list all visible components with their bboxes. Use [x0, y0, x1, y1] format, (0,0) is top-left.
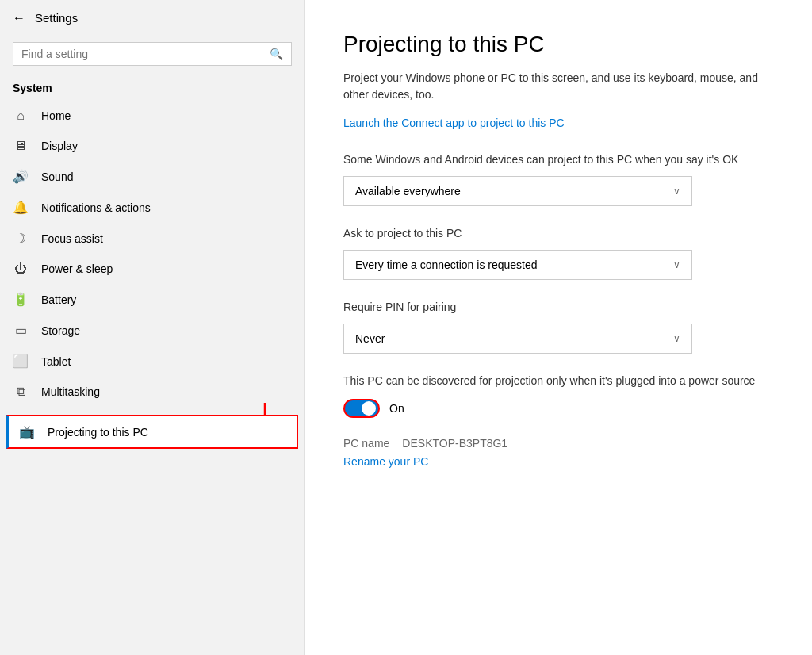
pc-name-value: DESKTOP-B3PT8G1 — [402, 437, 508, 450]
sidebar-item-home[interactable]: ⌂ Home — [0, 101, 304, 131]
storage-icon: ▭ — [13, 323, 29, 338]
pc-name-label: PC name — [343, 437, 389, 450]
dropdown1-label: Some Windows and Android devices can pro… — [343, 151, 774, 168]
tablet-icon: ⬜ — [13, 354, 29, 369]
system-section-label: System — [0, 79, 304, 101]
display-icon: 🖥 — [13, 139, 29, 153]
sidebar-item-sound[interactable]: 🔊 Sound — [0, 161, 304, 192]
home-icon: ⌂ — [13, 109, 29, 123]
settings-title: Settings — [35, 11, 78, 25]
sidebar-item-label: Multitasking — [41, 385, 100, 398]
dropdown2-wrapper: Every time a connection is requested ∨ — [343, 250, 774, 280]
sidebar-item-label: Sound — [41, 170, 73, 183]
dropdown2-value: Every time a connection is requested — [355, 259, 538, 271]
multitasking-icon: ⧉ — [13, 385, 29, 399]
power-sleep-icon: ⏻ — [13, 262, 29, 276]
chevron-down-icon: ∨ — [673, 333, 680, 344]
page-description: Project your Windows phone or PC to this… — [343, 70, 774, 103]
sidebar-item-battery[interactable]: 🔋 Battery — [0, 284, 304, 315]
toggle-state-label: On — [389, 402, 404, 415]
power-toggle[interactable] — [343, 399, 380, 418]
chevron-down-icon: ∨ — [673, 186, 680, 197]
sidebar-item-label: Home — [41, 109, 71, 122]
battery-icon: 🔋 — [13, 292, 29, 307]
connect-link[interactable]: Launch the Connect app to project to thi… — [343, 117, 565, 129]
sidebar-item-focus-assist[interactable]: ☽ Focus assist — [0, 223, 304, 254]
chevron-down-icon: ∨ — [673, 259, 680, 270]
main-content: Projecting to this PC Project your Windo… — [305, 0, 812, 655]
dropdown3-value: Never — [355, 332, 385, 345]
projecting-icon: 📺 — [19, 424, 35, 439]
sidebar-item-label: Battery — [41, 293, 76, 306]
sidebar-item-label: Notifications & actions — [41, 201, 151, 214]
sidebar-header: ← Settings — [0, 0, 304, 36]
sidebar-item-storage[interactable]: ▭ Storage — [0, 315, 304, 346]
dropdown1-value: Available everywhere — [355, 185, 461, 197]
search-input[interactable] — [21, 48, 263, 60]
focus-assist-icon: ☽ — [13, 231, 29, 246]
dropdown3-wrapper: Never ∨ — [343, 324, 774, 354]
pc-info-row: PC name DESKTOP-B3PT8G1 — [343, 437, 774, 450]
sidebar-item-label: Power & sleep — [41, 262, 113, 275]
sidebar-item-notifications[interactable]: 🔔 Notifications & actions — [0, 192, 304, 223]
sidebar-item-label: Projecting to this PC — [48, 426, 148, 439]
dropdown1-wrapper: Available everywhere ∨ — [343, 176, 774, 206]
sidebar-item-label: Tablet — [41, 355, 71, 368]
notifications-icon: 🔔 — [13, 200, 29, 215]
dropdown3-label: Require PIN for pairing — [343, 299, 774, 316]
page-title: Projecting to this PC — [343, 32, 774, 57]
search-icon: 🔍 — [270, 48, 283, 60]
sidebar-item-display[interactable]: 🖥 Display — [0, 131, 304, 161]
dropdown2-select[interactable]: Every time a connection is requested ∨ — [343, 250, 692, 280]
sidebar-item-label: Focus assist — [41, 232, 103, 245]
sidebar: ← Settings 🔍 System ⌂ Home 🖥 Display 🔊 S… — [0, 0, 305, 655]
rename-link[interactable]: Rename your PC — [343, 455, 428, 468]
dropdown2-label: Ask to project to this PC — [343, 225, 774, 242]
sound-icon: 🔊 — [13, 169, 29, 184]
sidebar-item-projecting[interactable]: 📺 Projecting to this PC — [6, 415, 298, 449]
sidebar-item-label: Storage — [41, 324, 80, 337]
back-button[interactable]: ← — [13, 12, 25, 25]
toggle-row: On — [343, 399, 774, 418]
toggle-description: This PC can be discovered for projection… — [343, 373, 756, 389]
sidebar-item-tablet[interactable]: ⬜ Tablet — [0, 346, 304, 377]
dropdown1-select[interactable]: Available everywhere ∨ — [343, 176, 692, 206]
sidebar-item-label: Display — [41, 140, 78, 152]
search-box[interactable]: 🔍 — [13, 42, 292, 66]
dropdown3-select[interactable]: Never ∨ — [343, 324, 692, 354]
sidebar-item-multitasking[interactable]: ⧉ Multitasking — [0, 377, 304, 407]
sidebar-item-power-sleep[interactable]: ⏻ Power & sleep — [0, 254, 304, 284]
toggle-thumb — [362, 401, 376, 416]
